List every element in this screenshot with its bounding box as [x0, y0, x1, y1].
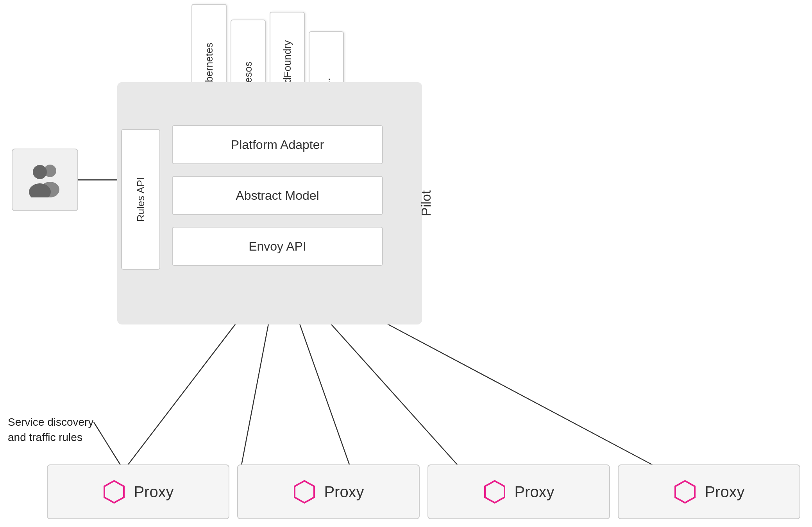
rules-api-box: Rules API	[121, 129, 160, 270]
proxy-label-1: Proxy	[134, 483, 173, 501]
svg-line-6	[94, 422, 123, 469]
proxy-hexagon-1	[102, 480, 126, 504]
users-icon	[23, 162, 66, 197]
proxy-box-1: Proxy	[47, 464, 229, 519]
proxy-hexagon-2	[293, 480, 316, 504]
proxy-hexagon-3	[483, 480, 506, 504]
svg-marker-12	[295, 481, 314, 503]
svg-marker-14	[675, 481, 695, 503]
proxy-label-4: Proxy	[705, 483, 744, 501]
svg-point-9	[33, 165, 47, 179]
proxy-box-4: Proxy	[618, 464, 800, 519]
rules-api-label: Rules API	[135, 177, 147, 222]
envoy-api-label: Envoy API	[249, 239, 306, 254]
service-discovery-label: Service discoveryand traffic rules	[8, 414, 93, 445]
proxy-box-3: Proxy	[427, 464, 610, 519]
diagram-container: Kubernetes Mesos CloudFoundry ... Pilot …	[0, 0, 812, 527]
users-box	[12, 149, 78, 211]
proxy-hexagon-4	[673, 480, 697, 504]
platform-adapter-label: Platform Adapter	[231, 138, 324, 152]
proxy-label-3: Proxy	[514, 483, 554, 501]
svg-marker-11	[104, 481, 124, 503]
abstract-model-box: Abstract Model	[172, 176, 383, 215]
envoy-api-box: Envoy API	[172, 227, 383, 266]
proxy-label-2: Proxy	[324, 483, 364, 501]
pilot-label: Pilot	[418, 82, 434, 324]
proxy-box-2: Proxy	[237, 464, 420, 519]
platform-adapter-box: Platform Adapter	[172, 125, 383, 164]
svg-marker-13	[485, 481, 504, 503]
abstract-model-label: Abstract Model	[236, 188, 319, 203]
proxy-row: Proxy Proxy Proxy Proxy	[47, 464, 800, 519]
